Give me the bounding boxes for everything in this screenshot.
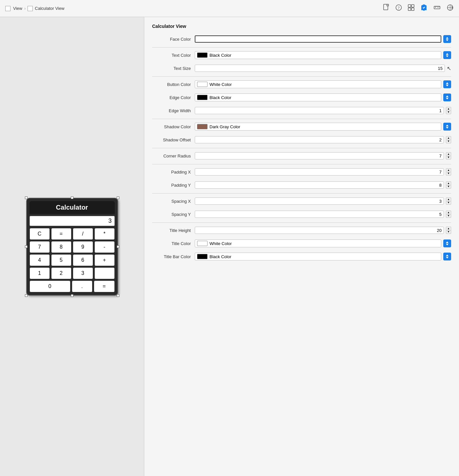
calc-btn-9[interactable]: 9 [73, 241, 93, 253]
corner-radius-down[interactable]: ▼ [446, 156, 451, 160]
cursor-icon: ↖ [447, 65, 451, 72]
face-color-field[interactable] [195, 35, 441, 43]
button-color-swatch[interactable] [197, 82, 208, 87]
spacing-y-down[interactable]: ▼ [446, 214, 451, 218]
padding-x-up[interactable]: ▲ [446, 168, 451, 172]
calc-btn-add[interactable]: + [94, 254, 115, 266]
title-height-down[interactable]: ▼ [446, 230, 451, 234]
text-size-input[interactable] [195, 65, 445, 72]
button-color-stepper[interactable] [443, 80, 451, 88]
spacing-y-stepper[interactable]: ▲ ▼ [446, 211, 451, 218]
spacing-x-stepper[interactable]: ▲ ▼ [446, 197, 451, 205]
padding-x-label: Padding X [152, 170, 195, 175]
handle-tr[interactable] [117, 197, 119, 199]
calc-btn-8[interactable]: 8 [51, 241, 71, 253]
text-size-control: ↖ [195, 65, 451, 72]
breadcrumb-calc[interactable]: Calculator View [35, 6, 64, 11]
shadow-offset-stepper[interactable]: ▲ ▼ [446, 136, 451, 143]
properties-panel: Calculator View Face Color Text Color Bl… [144, 17, 459, 476]
padding-y-stepper[interactable]: ▲ ▼ [446, 181, 451, 189]
title-height-input[interactable] [195, 227, 444, 234]
calc-btn-sub[interactable]: - [94, 241, 115, 253]
spacing-y-label: Spacing Y [152, 212, 195, 217]
button-color-field[interactable]: White Color [195, 80, 441, 88]
edge-color-stepper[interactable] [443, 93, 451, 101]
corner-radius-stepper[interactable]: ▲ ▼ [446, 152, 451, 159]
padding-x-input[interactable] [195, 168, 444, 176]
shadow-offset-up[interactable]: ▲ [446, 136, 451, 140]
breadcrumb-view[interactable]: View [13, 6, 22, 11]
text-color-field[interactable]: Black Color [195, 51, 441, 59]
shadow-color-label: Shadow Color [152, 124, 195, 129]
title-height-stepper[interactable]: ▲ ▼ [446, 227, 451, 234]
text-color-stepper[interactable] [443, 51, 451, 59]
calc-btn-6[interactable]: 6 [73, 254, 93, 266]
corner-radius-input[interactable] [195, 152, 444, 159]
calc-btn-div[interactable]: / [73, 228, 93, 240]
edge-width-stepper[interactable]: ▲ ▼ [446, 107, 451, 114]
calc-btn-1[interactable]: 1 [30, 267, 50, 279]
text-color-swatch[interactable] [197, 52, 208, 58]
title-color-field[interactable]: White Color [195, 239, 441, 247]
calc-btn-mul[interactable]: * [94, 228, 115, 240]
spacing-y-row: Spacing Y ▲ ▼ [152, 209, 451, 219]
calc-btn-eq-tall[interactable] [94, 267, 115, 279]
spacing-x-down[interactable]: ▼ [446, 201, 451, 205]
padding-y-up[interactable]: ▲ [446, 181, 451, 185]
padding-x-stepper[interactable]: ▲ ▼ [446, 168, 451, 176]
corner-radius-up[interactable]: ▲ [446, 152, 451, 156]
calc-btn-C[interactable]: C [30, 228, 50, 240]
calc-btn-5[interactable]: 5 [51, 254, 71, 266]
title-color-swatch[interactable] [197, 241, 208, 246]
edge-color-swatch[interactable] [197, 95, 208, 100]
main-layout: Calculator 3 C = / * 7 8 9 - [0, 17, 459, 476]
edge-color-label: Edge Color [152, 95, 195, 100]
inspector-icon[interactable] [408, 4, 414, 12]
edge-width-input[interactable] [195, 107, 444, 114]
padding-y-down[interactable]: ▼ [446, 185, 451, 189]
download-icon[interactable] [420, 4, 428, 13]
shadow-offset-input[interactable] [195, 136, 444, 143]
padding-y-input[interactable] [195, 181, 444, 189]
calc-btn-dot[interactable]: . [72, 280, 93, 292]
calc-btn-3[interactable]: 3 [73, 267, 93, 279]
navigate-icon[interactable] [447, 4, 454, 13]
spacing-y-up[interactable]: ▲ [446, 211, 451, 214]
shadow-offset-down[interactable]: ▼ [446, 140, 451, 144]
ruler-icon[interactable] [433, 4, 441, 13]
edge-color-field[interactable]: Black Color [195, 93, 441, 101]
handle-br[interactable] [117, 294, 119, 297]
title-bar-color-field[interactable]: Black Color [195, 253, 441, 260]
shadow-color-field[interactable]: Dark Gray Color [195, 123, 441, 131]
padding-x-down[interactable]: ▼ [446, 172, 451, 176]
handle-ml[interactable] [25, 245, 28, 248]
calc-btn-0[interactable]: 0 [30, 280, 70, 292]
spacing-y-input[interactable] [195, 211, 444, 218]
handle-bl[interactable] [25, 294, 28, 297]
title-bar-color-swatch[interactable] [197, 254, 208, 259]
title-bar-color-stepper[interactable] [443, 253, 451, 260]
document-icon[interactable] [383, 4, 389, 13]
handle-bm[interactable] [71, 294, 73, 297]
handle-tm[interactable] [71, 197, 73, 199]
shadow-color-swatch[interactable] [197, 124, 208, 129]
edge-width-down[interactable]: ▼ [446, 111, 451, 114]
spacing-x-input[interactable] [195, 197, 444, 205]
help-icon[interactable]: ? [395, 4, 402, 12]
handle-tl[interactable] [25, 197, 28, 199]
edge-width-up[interactable]: ▲ [446, 107, 451, 111]
title-color-stepper[interactable] [443, 239, 451, 247]
title-height-up[interactable]: ▲ [446, 227, 451, 230]
shadow-color-stepper[interactable] [443, 123, 451, 131]
calc-btn-eq1[interactable]: = [51, 228, 71, 240]
spacing-x-up[interactable]: ▲ [446, 197, 451, 201]
calc-btn-eq2[interactable]: = [94, 280, 115, 292]
button-color-row: Button Color White Color [152, 79, 451, 89]
title-color-row: Title Color White Color [152, 238, 451, 248]
calc-btn-2[interactable]: 2 [51, 267, 71, 279]
calc-btn-4[interactable]: 4 [30, 254, 50, 266]
handle-mr[interactable] [117, 245, 119, 248]
edge-width-control: ▲ ▼ [195, 107, 451, 114]
face-color-stepper[interactable] [443, 35, 451, 43]
calc-btn-7[interactable]: 7 [30, 241, 50, 253]
